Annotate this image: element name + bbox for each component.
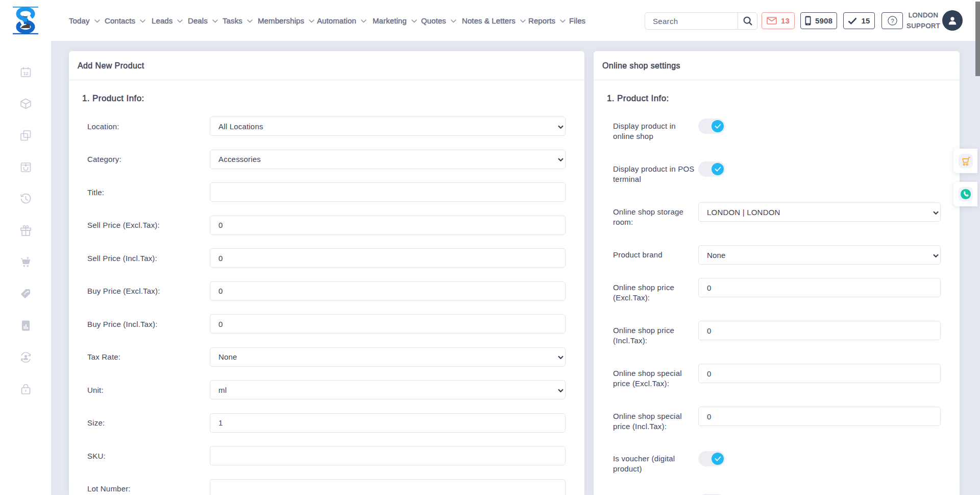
svg-text:?: ?	[891, 18, 894, 24]
svg-text:12: 12	[23, 71, 28, 76]
